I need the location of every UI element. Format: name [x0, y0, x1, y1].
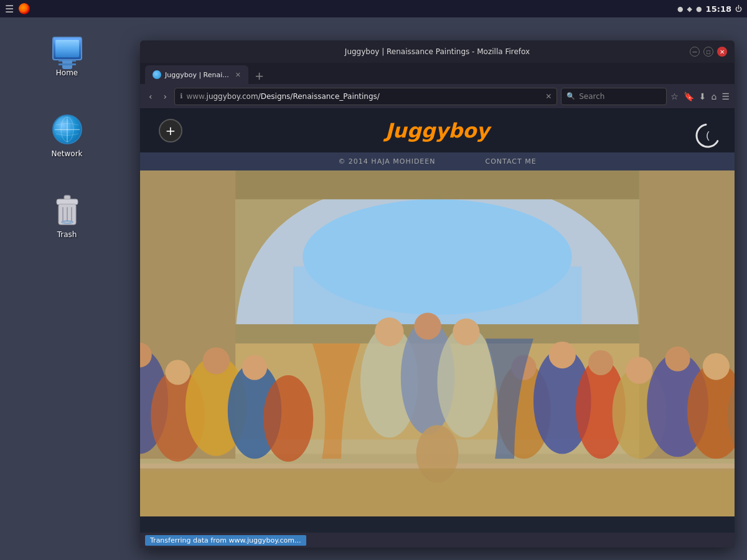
- svg-text:(: (: [706, 130, 710, 141]
- home-icon-label: Home: [56, 68, 78, 77]
- status-bar: Transferring data from www.juggyboy.com.…: [140, 533, 735, 548]
- system-bar-right: ● ◆ ● 15:18 ⏻: [677, 4, 742, 14]
- site-add-button[interactable]: +: [159, 119, 182, 142]
- site-header: + Juggyboy: [140, 109, 735, 152]
- svg-point-44: [165, 360, 190, 385]
- svg-point-46: [242, 355, 267, 380]
- clear-address-button[interactable]: ✕: [545, 92, 552, 101]
- svg-point-52: [588, 350, 613, 375]
- search-placeholder-text: Search: [579, 92, 604, 101]
- hamburger-menu-icon[interactable]: ☰: [5, 3, 14, 15]
- volume-icon: ●: [696, 5, 702, 13]
- home-monitor-icon: [52, 37, 82, 60]
- address-path: /Designs/Renaissance_Paintings/: [258, 92, 380, 101]
- maximize-button[interactable]: □: [703, 47, 713, 57]
- svg-point-45: [203, 347, 230, 374]
- trash-icon-label: Trash: [57, 230, 77, 239]
- info-icon: ℹ: [180, 92, 182, 100]
- tab-bar: Juggyboy | Renai... ✕ +: [140, 63, 735, 84]
- home-nav-icon[interactable]: ⌂: [712, 91, 717, 101]
- svg-rect-58: [140, 469, 735, 516]
- firefox-window: Juggyboy | Renaissance Paintings - Mozil…: [140, 40, 735, 548]
- active-tab[interactable]: Juggyboy | Renai... ✕: [145, 65, 248, 84]
- address-bar[interactable]: ℹ www.juggyboy.com/Designs/Renaissance_P…: [174, 88, 557, 105]
- home-desktop-icon[interactable]: Home: [39, 30, 95, 80]
- tab-favicon-icon: [153, 70, 161, 79]
- search-box[interactable]: 🔍 Search: [561, 88, 667, 105]
- bookmark-icon[interactable]: ☆: [670, 91, 679, 101]
- menu-icon[interactable]: ☰: [721, 91, 730, 101]
- network-icon-img: [51, 113, 83, 146]
- tab-label: Juggyboy | Renai...: [165, 71, 229, 79]
- svg-point-16: [303, 199, 571, 314]
- new-tab-button[interactable]: +: [250, 70, 269, 82]
- address-text: www.juggyboy.com/Designs/Renaissance_Pai…: [186, 92, 542, 101]
- svg-point-51: [549, 342, 576, 368]
- address-host: juggyboy.com: [207, 92, 258, 101]
- status-text: Transferring data from www.juggyboy.com.…: [145, 535, 306, 546]
- network-icon-label: Network: [51, 149, 82, 158]
- address-base: www.: [186, 92, 206, 101]
- search-icon: 🔍: [566, 92, 575, 100]
- trash-icon-img: [51, 194, 83, 226]
- bookmark-list-icon[interactable]: 🔖: [684, 91, 694, 101]
- nav-bar: ‹ › ℹ www.juggyboy.com/Designs/Renaissan…: [140, 84, 735, 109]
- tab-close-icon[interactable]: ✕: [235, 71, 241, 79]
- painting-svg: [140, 170, 735, 516]
- nav-icons-right: ☆ 🔖 ⬇ ⌂ ☰: [670, 91, 730, 101]
- firefox-logo-icon: [19, 3, 30, 14]
- system-bar: ☰ ● ◆ ● 15:18 ⏻: [0, 0, 747, 17]
- site-title: Juggyboy: [182, 119, 692, 142]
- trash-desktop-icon[interactable]: Trash: [39, 192, 95, 241]
- svg-point-55: [703, 353, 730, 380]
- website-content: + Juggyboy © 2014 HAJA MOHIDEEN CONTACT …: [140, 109, 735, 548]
- site-nav: © 2014 HAJA MOHIDEEN CONTACT ME: [140, 152, 735, 170]
- svg-point-48: [414, 313, 441, 340]
- battery-icon: ◆: [687, 5, 692, 13]
- desktop-icons-area: Home Network: [0, 17, 134, 254]
- loading-indicator: (: [693, 121, 722, 150]
- web-content-area: ( + Juggyboy © 2014 HAJA MOHIDEEN CONTAC…: [140, 109, 735, 548]
- home-icon-img: [51, 32, 83, 65]
- title-bar: Juggyboy | Renaissance Paintings - Mozil…: [140, 40, 735, 63]
- download-icon[interactable]: ⬇: [699, 91, 707, 101]
- contact-link[interactable]: CONTACT ME: [486, 157, 537, 166]
- back-button[interactable]: ‹: [145, 89, 156, 104]
- svg-point-29: [263, 375, 313, 462]
- close-button[interactable]: ✕: [717, 47, 727, 57]
- trash-svg-icon: [54, 195, 81, 226]
- copyright-text: © 2014 HAJA MOHIDEEN: [338, 157, 435, 166]
- system-bar-left: ☰: [5, 3, 30, 15]
- loading-spinner-icon: (: [693, 121, 722, 150]
- svg-rect-23: [235, 170, 639, 199]
- power-icon: ⏻: [735, 5, 742, 13]
- svg-point-47: [375, 317, 403, 346]
- network-globe-icon: [52, 114, 82, 144]
- window-title: Juggyboy | Renaissance Paintings - Mozil…: [185, 47, 690, 56]
- window-controls: ─ □ ✕: [690, 47, 727, 57]
- network-desktop-icon[interactable]: Network: [39, 111, 95, 161]
- svg-point-54: [665, 347, 690, 371]
- clock-display: 15:18: [706, 4, 731, 14]
- svg-point-53: [626, 357, 652, 384]
- network-status-icon: ●: [677, 5, 684, 13]
- forward-button[interactable]: ›: [160, 89, 171, 104]
- minimize-button[interactable]: ─: [690, 47, 700, 57]
- svg-point-49: [453, 319, 479, 345]
- painting-container: [140, 170, 735, 516]
- home-screen-icon: [55, 40, 79, 57]
